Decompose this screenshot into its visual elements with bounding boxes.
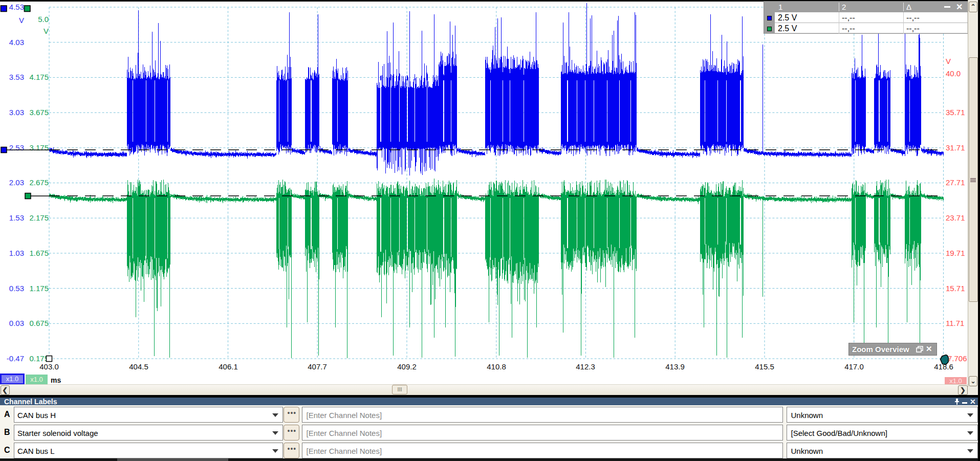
svg-text:5.0: 5.0 — [38, 15, 49, 24]
svg-text:V: V — [43, 27, 49, 35]
svg-text:0.03: 0.03 — [9, 319, 24, 327]
svg-text:2.53: 2.53 — [9, 143, 24, 152]
svg-text:412.3: 412.3 — [576, 362, 595, 371]
svg-text:2.175: 2.175 — [29, 213, 49, 222]
svg-text:4.53: 4.53 — [9, 3, 24, 11]
svg-text:2.675: 2.675 — [29, 178, 49, 187]
svg-text:2.03: 2.03 — [9, 178, 24, 187]
svg-text:27.71: 27.71 — [946, 178, 965, 187]
svg-text:19.71: 19.71 — [946, 249, 965, 257]
svg-text:15.71: 15.71 — [946, 284, 965, 293]
svg-text:-0.47: -0.47 — [7, 354, 24, 363]
svg-text:7.706: 7.706 — [948, 354, 967, 363]
svg-text:V: V — [946, 57, 951, 65]
svg-text:409.2: 409.2 — [397, 362, 417, 371]
svg-text:1.175: 1.175 — [29, 284, 49, 293]
svg-text:407.7: 407.7 — [308, 362, 327, 371]
svg-text:4.175: 4.175 — [29, 73, 49, 81]
svg-text:3.675: 3.675 — [29, 108, 49, 117]
svg-text:0.175: 0.175 — [29, 354, 49, 363]
svg-text:3.53: 3.53 — [9, 73, 24, 81]
svg-text:V: V — [19, 16, 24, 25]
svg-text:413.9: 413.9 — [665, 362, 685, 371]
svg-text:0.675: 0.675 — [29, 319, 49, 327]
svg-text:1.675: 1.675 — [29, 249, 49, 257]
svg-text:406.1: 406.1 — [219, 362, 238, 371]
svg-text:403.0: 403.0 — [39, 362, 59, 371]
svg-text:404.5: 404.5 — [129, 362, 148, 371]
svg-text:1.53: 1.53 — [9, 213, 24, 222]
svg-text:35.71: 35.71 — [946, 108, 965, 117]
svg-text:417.0: 417.0 — [844, 362, 864, 371]
svg-text:4.03: 4.03 — [9, 38, 24, 47]
svg-text:11.71: 11.71 — [946, 319, 964, 327]
svg-text:3.175: 3.175 — [29, 143, 49, 152]
svg-text:23.71: 23.71 — [946, 213, 965, 222]
svg-text:31.71: 31.71 — [946, 143, 965, 152]
svg-text:1.03: 1.03 — [9, 249, 24, 257]
svg-text:0.53: 0.53 — [9, 284, 24, 293]
svg-text:415.5: 415.5 — [755, 362, 774, 371]
svg-text:40.0: 40.0 — [946, 69, 961, 78]
svg-text:410.8: 410.8 — [487, 362, 506, 371]
svg-text:3.03: 3.03 — [9, 108, 24, 117]
